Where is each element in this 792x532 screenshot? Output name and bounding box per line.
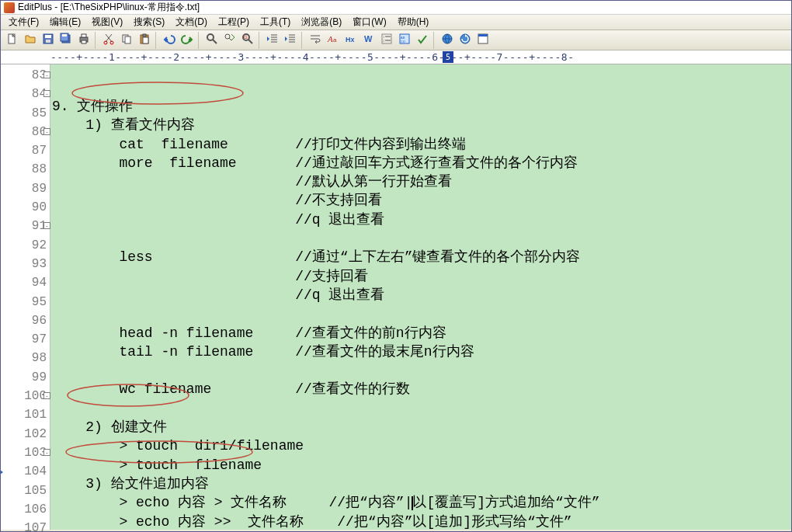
code-line[interactable]: wc filename //查看文件的行数: [50, 380, 791, 398]
line-number[interactable]: 106: [1, 500, 50, 519]
line-num-button[interactable]: 12: [378, 32, 395, 49]
print-button[interactable]: [75, 32, 92, 49]
fold-toggle-icon[interactable]: -: [43, 128, 50, 135]
indent-button[interactable]: [282, 32, 299, 49]
menu-item[interactable]: 文档(D): [171, 15, 212, 30]
find-button[interactable]: [203, 32, 221, 49]
code-line[interactable]: 3) 给文件追加内容: [50, 475, 791, 493]
code-line[interactable]: //q 退出查看: [50, 286, 791, 304]
line-number[interactable]: 107: [1, 519, 50, 532]
line-number[interactable]: 93: [1, 255, 50, 273]
code-line[interactable]: [50, 361, 791, 380]
redo-button[interactable]: [179, 32, 196, 49]
menu-item[interactable]: 编辑(E): [45, 15, 85, 30]
code-line[interactable]: //支持回看: [50, 267, 791, 286]
code-line[interactable]: > echo 内容 > 文件名称 //把“内容”|以[覆盖写]方式追加给“文件”: [50, 493, 791, 512]
line-number[interactable]: 94: [1, 273, 50, 292]
code-line[interactable]: > touch dir1/filename: [50, 436, 791, 455]
toggle-view-button[interactable]: ABCD: [396, 32, 413, 49]
line-number[interactable]: 86-: [1, 123, 50, 141]
code-line[interactable]: //默认从第一行开始查看: [50, 172, 791, 191]
line-number[interactable]: 105: [1, 482, 50, 500]
replace-button[interactable]: [221, 32, 238, 49]
line-number[interactable]: 100-: [1, 387, 50, 405]
line-number[interactable]: 103-: [1, 443, 50, 462]
code-line[interactable]: 2) 创建文件: [50, 418, 791, 436]
code-line[interactable]: 9. 文件操作: [50, 97, 791, 116]
line-number[interactable]: 85: [1, 104, 50, 123]
menu-item[interactable]: 工具(T): [255, 15, 295, 30]
line-number-gutter[interactable]: 83-84-8586-8788899091-929394959697989910…: [1, 64, 50, 530]
line-number[interactable]: 95: [1, 293, 50, 311]
browser-refresh-button[interactable]: [457, 32, 474, 49]
code-area[interactable]: 9. 文件操作 1) 查看文件内容 cat filename //打印文件内容到…: [50, 64, 791, 530]
code-line[interactable]: [50, 399, 791, 418]
svg-text:CD: CD: [401, 40, 405, 43]
spell-button[interactable]: [414, 32, 431, 49]
line-number[interactable]: 90: [1, 198, 50, 217]
code-line[interactable]: 1) 查看文件内容: [50, 116, 791, 134]
font-aa-button[interactable]: Aa: [325, 32, 342, 49]
menu-item[interactable]: 文件(F): [4, 15, 43, 30]
word-wrap-button[interactable]: [307, 32, 324, 49]
copy-button[interactable]: [118, 32, 135, 49]
run-button[interactable]: [474, 32, 492, 49]
fold-toggle-icon[interactable]: -: [43, 90, 50, 97]
outdent-button[interactable]: [264, 32, 281, 49]
line-number[interactable]: 89: [1, 179, 50, 198]
line-number[interactable]: 87: [1, 141, 50, 160]
code-line[interactable]: tail -n filename //查看文件的最末尾n行内容: [50, 342, 791, 361]
fold-toggle-icon[interactable]: -: [43, 449, 50, 456]
ruler[interactable]: ----+----1----+----2----+----3----+----4…: [1, 50, 791, 64]
print-icon: [78, 33, 90, 47]
menu-item[interactable]: 搜索(S): [129, 15, 169, 30]
code-line[interactable]: > echo 内容 >> 文件名称 //把“内容”以[追加]形式写给“文件”: [50, 513, 791, 530]
toolbar-separator: [433, 32, 436, 49]
menu-item[interactable]: 浏览器(B): [297, 15, 346, 30]
line-number[interactable]: 102: [1, 425, 50, 443]
new-file-button[interactable]: [4, 32, 21, 49]
code-line[interactable]: > touch filename: [50, 456, 791, 475]
line-number[interactable]: 98: [1, 349, 50, 367]
line-number[interactable]: 101: [1, 405, 50, 424]
toolbar-separator: [198, 32, 201, 49]
fold-toggle-icon[interactable]: -: [43, 71, 50, 78]
code-line[interactable]: //q 退出查看: [50, 210, 791, 229]
menu-item[interactable]: 工程(P): [214, 15, 254, 30]
line-number[interactable]: 97: [1, 330, 50, 349]
svg-text:2: 2: [383, 39, 385, 43]
svg-text:a: a: [333, 37, 337, 43]
code-line[interactable]: [50, 229, 791, 248]
line-number[interactable]: 84-: [1, 85, 50, 103]
goto-button[interactable]: G: [239, 32, 256, 49]
menu-item[interactable]: 窗口(W): [348, 15, 391, 30]
browser-button[interactable]: [439, 32, 456, 49]
menu-item[interactable]: 帮助(H): [393, 15, 434, 30]
code-line[interactable]: less //通过“上下左右”键查看文件的各个部分内容: [50, 248, 791, 266]
open-file-button[interactable]: [22, 32, 39, 49]
line-number[interactable]: 91-: [1, 217, 50, 235]
fold-toggle-icon[interactable]: -: [43, 222, 50, 229]
cut-button[interactable]: [100, 32, 117, 49]
code-line[interactable]: //不支持回看: [50, 191, 791, 210]
line-number[interactable]: 104: [1, 462, 50, 481]
line-number[interactable]: 96: [1, 311, 50, 330]
code-line[interactable]: [50, 304, 791, 323]
code-line[interactable]: cat filename //打印文件内容到输出终端: [50, 135, 791, 154]
toolbar-separator: [95, 32, 98, 49]
undo-button[interactable]: [161, 32, 178, 49]
paste-button[interactable]: [136, 32, 153, 49]
w-mode-button[interactable]: W: [360, 32, 377, 49]
code-line[interactable]: head -n filename //查看文件的前n行内容: [50, 324, 791, 342]
hex-button[interactable]: Hx: [342, 32, 360, 49]
save-button[interactable]: [40, 32, 57, 49]
line-number[interactable]: 99: [1, 368, 50, 387]
save-all-button[interactable]: [57, 32, 75, 49]
line-number[interactable]: 83-: [1, 66, 50, 85]
line-number[interactable]: 92: [1, 236, 50, 255]
line-number[interactable]: 88: [1, 160, 50, 179]
fold-toggle-icon[interactable]: -: [43, 392, 50, 399]
menu-item[interactable]: 视图(V): [87, 15, 127, 30]
code-line[interactable]: more filename //通过敲回车方式逐行查看文件的各个行内容: [50, 154, 791, 172]
svg-rect-8: [82, 34, 86, 37]
